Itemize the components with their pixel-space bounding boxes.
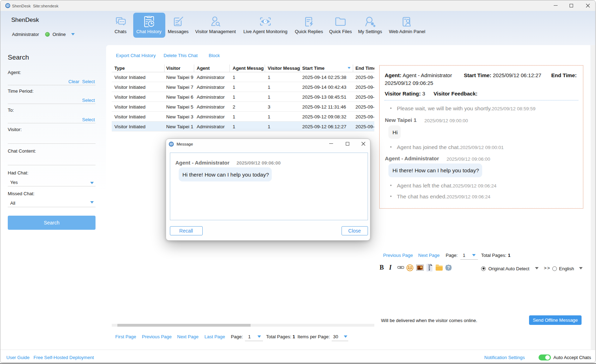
svg-text:?: ? [447, 265, 450, 270]
